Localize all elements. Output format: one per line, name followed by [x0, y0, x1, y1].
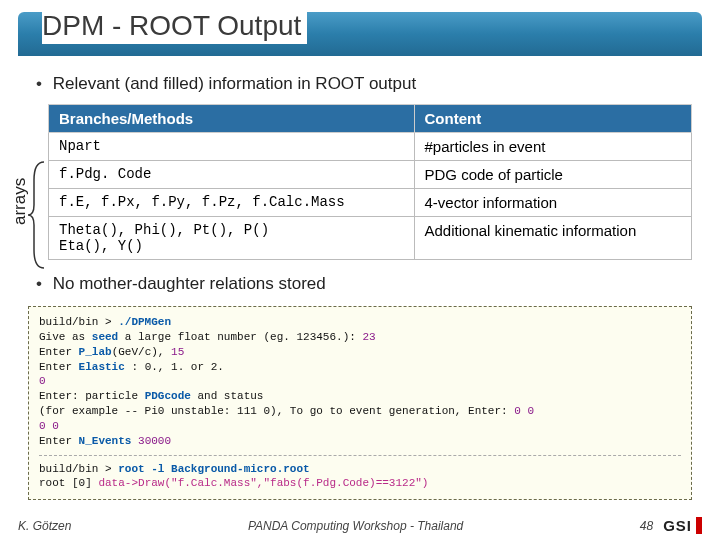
- table-row: f.E, f.Px, f.Py, f.Pz, f.Calc.Mass 4-vec…: [49, 189, 692, 217]
- code-box: build/bin > ./DPMGen Give as seed a larg…: [28, 306, 692, 500]
- table-row: f.Pdg. Code PDG code of particle: [49, 161, 692, 189]
- code-line: build/bin > root -l Background-micro.roo…: [39, 462, 681, 477]
- code-line: (for example -- Pi0 unstable: 111 0), To…: [39, 404, 681, 419]
- table-header-row: Branches/Methods Content: [49, 105, 692, 133]
- title-bar: DPM - ROOT Output: [18, 12, 702, 56]
- info-table: Branches/Methods Content Npart #particle…: [48, 104, 692, 260]
- brace-icon: [28, 160, 46, 270]
- th-content: Content: [414, 105, 691, 133]
- cell-desc: #particles in event: [414, 133, 691, 161]
- code-line: Enter: particle PDGcode and status: [39, 389, 681, 404]
- footer-venue: PANDA Computing Workshop - Thailand: [71, 519, 639, 533]
- th-branches: Branches/Methods: [49, 105, 415, 133]
- bullet-1: Relevant (and filled) information in ROO…: [36, 74, 692, 94]
- cell-desc: PDG code of particle: [414, 161, 691, 189]
- table-row: Theta(), Phi(), Pt(), P() Eta(), Y() Add…: [49, 217, 692, 260]
- code-line: 0 0: [39, 419, 681, 434]
- cell-branch: f.E, f.Px, f.Py, f.Pz, f.Calc.Mass: [49, 189, 415, 217]
- code-divider: [39, 455, 681, 456]
- footer-author: K. Götzen: [18, 519, 71, 533]
- slide-title: DPM - ROOT Output: [42, 10, 307, 44]
- cell-desc: 4-vector information: [414, 189, 691, 217]
- cell-branch: Theta(), Phi(), Pt(), P() Eta(), Y(): [49, 217, 415, 260]
- cell-branch: f.Pdg. Code: [49, 161, 415, 189]
- content-area: Relevant (and filled) information in ROO…: [0, 56, 720, 294]
- table-row: Npart #particles in event: [49, 133, 692, 161]
- code-line: Enter P_lab(GeV/c), 15: [39, 345, 681, 360]
- code-line: Enter N_Events 30000: [39, 434, 681, 449]
- footer: K. Götzen PANDA Computing Workshop - Tha…: [0, 517, 720, 534]
- code-line: 0: [39, 374, 681, 389]
- bullet-2: No mother-daughter relations stored: [36, 274, 692, 294]
- cell-desc: Additional kinematic information: [414, 217, 691, 260]
- code-line: root [0] data->Draw("f.Calc.Mass","fabs(…: [39, 476, 681, 491]
- code-line: Give as seed a large float number (eg. 1…: [39, 330, 681, 345]
- gsi-logo: GSI: [663, 517, 702, 534]
- footer-page: 48: [640, 519, 653, 533]
- code-line: Enter Elastic : 0., 1. or 2.: [39, 360, 681, 375]
- code-line: build/bin > ./DPMGen: [39, 315, 681, 330]
- arrays-label: arrays: [10, 178, 30, 225]
- cell-branch: Npart: [49, 133, 415, 161]
